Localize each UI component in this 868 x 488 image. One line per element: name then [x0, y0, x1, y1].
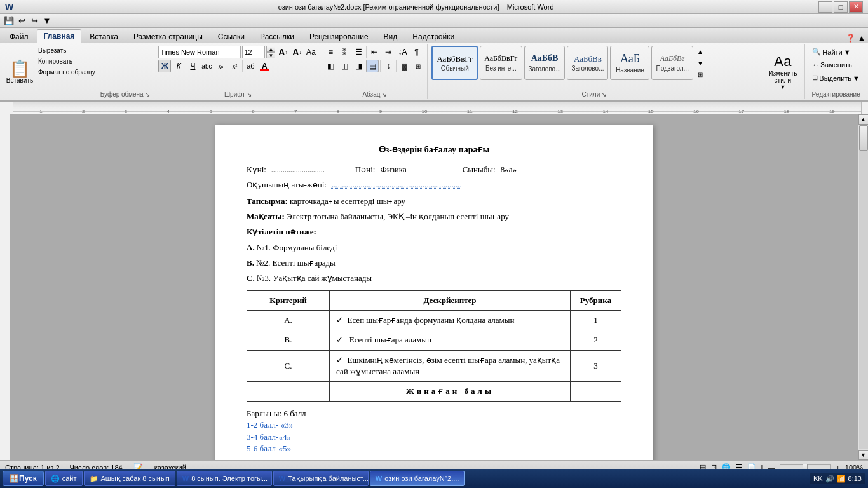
find-button[interactable]: 🔍 Найти ▼ — [809, 46, 863, 58]
style-no-spacing[interactable]: АаБбВвГг Без инте... — [480, 46, 522, 80]
italic-button[interactable]: К — [172, 60, 185, 72]
content-area: Өз-өздерін бағалау парағы Күні: ........… — [0, 114, 868, 460]
multilevel-list-button[interactable]: ☰ — [352, 46, 365, 58]
taskbar-site-button[interactable]: 🌐 сайт — [45, 471, 83, 486]
minimize-button[interactable]: — — [818, 1, 832, 13]
clipboard-expand[interactable]: Буфер обмена ↘ — [99, 91, 152, 98]
student-row: Оқушының аты-жөні: .....................… — [247, 179, 621, 191]
font-group: ▲ ▼ A↑ A↓ Аа Ж К Ч аbс х₂ х² аб А Шрифт … — [156, 44, 320, 99]
help-icon[interactable]: ❓ — [846, 34, 855, 43]
style-heading2[interactable]: АаБбВв Заголово... — [567, 46, 608, 80]
borders-button[interactable]: ⊞ — [412, 60, 424, 72]
ribbon-expand-icon[interactable]: ▲ — [858, 34, 865, 43]
decrease-indent-button[interactable]: ⇤ — [368, 46, 381, 58]
underline-button[interactable]: Ч — [186, 60, 199, 72]
document-page[interactable]: Өз-өздерін бағалау парағы Күні: ........… — [215, 125, 653, 460]
maximize-button[interactable]: □ — [834, 1, 848, 13]
para-expand-icon[interactable]: ↘ — [381, 91, 386, 98]
doc-header-row: Күні: ............................ Пәні:… — [247, 164, 621, 175]
tab-insert[interactable]: Вставка — [83, 30, 125, 43]
clear-format-button[interactable]: Аа — [304, 46, 317, 58]
align-right-button[interactable]: ◨ — [352, 60, 365, 72]
styles-scroll-arrow[interactable]: ▲ ▼ ⊞ — [695, 46, 705, 80]
font-grow-button[interactable]: A↑ — [276, 46, 289, 58]
text-highlight-button[interactable]: аб — [244, 60, 257, 72]
style-normal[interactable]: АаБбВвГг Обычный — [431, 46, 478, 80]
save-quick-button[interactable]: 💾 — [3, 15, 15, 27]
select-button[interactable]: ⊡ Выделить ▼ — [809, 72, 863, 84]
task-line: Тапсырма: карточкадағы есептерді шығару — [247, 196, 621, 207]
font-size-down-button[interactable]: ▼ — [266, 52, 275, 58]
increase-indent-button[interactable]: ⇥ — [382, 46, 395, 58]
change-styles-button[interactable]: Аа Изменитьстили ▼ — [768, 46, 797, 98]
style-heading1[interactable]: АаБбВ Заголово... — [524, 46, 566, 80]
taskbar-word2-button[interactable]: W Тақырыпқа байланыст... — [273, 471, 369, 486]
style-heading1-name: Заголово... — [529, 65, 561, 72]
doc-title: Өз-өздерін бағалау парағы — [247, 144, 621, 156]
styles-expand-arrow[interactable]: ⊞ — [698, 71, 703, 78]
show-marks-button[interactable]: ¶ — [410, 46, 423, 58]
tab-references[interactable]: Ссылки — [211, 30, 252, 43]
para-label: Абзац — [362, 91, 380, 98]
tab-file[interactable]: Файл — [3, 30, 36, 43]
font-color-button[interactable]: А — [258, 60, 271, 72]
shading-button[interactable]: ▓ — [398, 60, 410, 72]
bullets-button[interactable]: ≡ — [324, 46, 337, 58]
undo-quick-button[interactable]: ↩ — [15, 15, 28, 27]
strikethrough-button[interactable]: аbс — [200, 60, 213, 72]
align-center-button[interactable]: ◫ — [338, 60, 351, 72]
replace-button[interactable]: ↔ Заменить — [809, 59, 863, 71]
vertical-scrollbar[interactable]: ▲ ▼ — [858, 114, 868, 460]
paste-button[interactable]: 📋 Вставить — [5, 46, 34, 98]
line-spacing-button[interactable]: ↕ — [382, 60, 395, 72]
tab-view[interactable]: Вид — [377, 30, 405, 43]
taskbar-folder-button[interactable]: 📁 Ашық сабак 8 сынып — [84, 471, 175, 486]
site-label: сайт — [62, 475, 77, 482]
sort-button[interactable]: ↕A — [396, 46, 409, 58]
tab-review[interactable]: Рецензирование — [302, 30, 376, 43]
start-button[interactable]: 🪟 Пуск — [3, 471, 44, 486]
subscript-button[interactable]: х₂ — [214, 60, 227, 72]
taskbar-word3-button[interactable]: W озин ози багалауN°2.... — [370, 471, 465, 486]
superscript-button[interactable]: х² — [228, 60, 241, 72]
scroll-up-button[interactable]: ▲ — [858, 114, 869, 125]
align-left-button[interactable]: ◧ — [324, 60, 337, 72]
close-button[interactable]: ✕ — [849, 1, 863, 13]
justify-button[interactable]: ▤ — [366, 60, 379, 72]
font-name-input[interactable] — [158, 46, 241, 58]
tab-addins[interactable]: Надстройки — [405, 30, 461, 43]
scroll-down-button[interactable]: ▼ — [858, 450, 869, 460]
styles-down-arrow[interactable]: ▼ — [697, 60, 703, 67]
item-c: C. №3. Уақытқа сай жұмыстанады — [247, 273, 621, 284]
student-label: Оқушының аты-жөні: — [247, 179, 327, 191]
format-paint-button[interactable]: Формат по образцу — [36, 67, 98, 77]
redo-quick-button[interactable]: ↪ — [28, 15, 41, 27]
font-size-up-button[interactable]: ▲ — [266, 46, 275, 52]
quick-access-dropdown[interactable]: ▼ — [41, 15, 53, 27]
bold-button[interactable]: Ж — [158, 60, 171, 72]
document-container[interactable]: Өз-өздерін бағалау парағы Күні: ........… — [10, 114, 858, 460]
tab-pagelayout[interactable]: Разметка страницы — [126, 30, 210, 43]
tab-home[interactable]: Главная — [37, 29, 82, 43]
score-1-2: 1-2 балл- «3» — [247, 419, 621, 431]
styles-up-arrow[interactable]: ▲ — [697, 48, 703, 55]
style-title[interactable]: АаБ Название — [610, 46, 649, 80]
lang-indicator[interactable]: KK — [813, 475, 823, 482]
style-subtitle[interactable]: АаБбВе Подзагол... — [651, 46, 693, 80]
find-icon: 🔍 — [812, 48, 821, 56]
font-shrink-button[interactable]: A↓ — [290, 46, 303, 58]
font-expand-icon[interactable]: ↘ — [247, 91, 252, 98]
numbering-button[interactable]: ⁑ — [338, 46, 351, 58]
col-criterion: Критерий — [247, 291, 330, 311]
scroll-thumb[interactable] — [859, 125, 868, 151]
cut-button[interactable]: Вырезать — [36, 46, 98, 55]
copy-button[interactable]: Копировать — [36, 57, 98, 66]
styles-expand-icon[interactable]: ↘ — [601, 91, 606, 98]
tab-mailings[interactable]: Рассылки — [253, 30, 301, 43]
font-size-input[interactable] — [242, 46, 265, 58]
ribbon-tab-bar: Файл Главная Вставка Разметка страницы С… — [0, 28, 868, 43]
scroll-track[interactable] — [859, 125, 868, 449]
taskbar-word1-button[interactable]: W 8 сынып. Электр тогы... — [177, 471, 272, 486]
divider — [380, 60, 381, 72]
editing-label: Редактирование — [809, 91, 863, 98]
